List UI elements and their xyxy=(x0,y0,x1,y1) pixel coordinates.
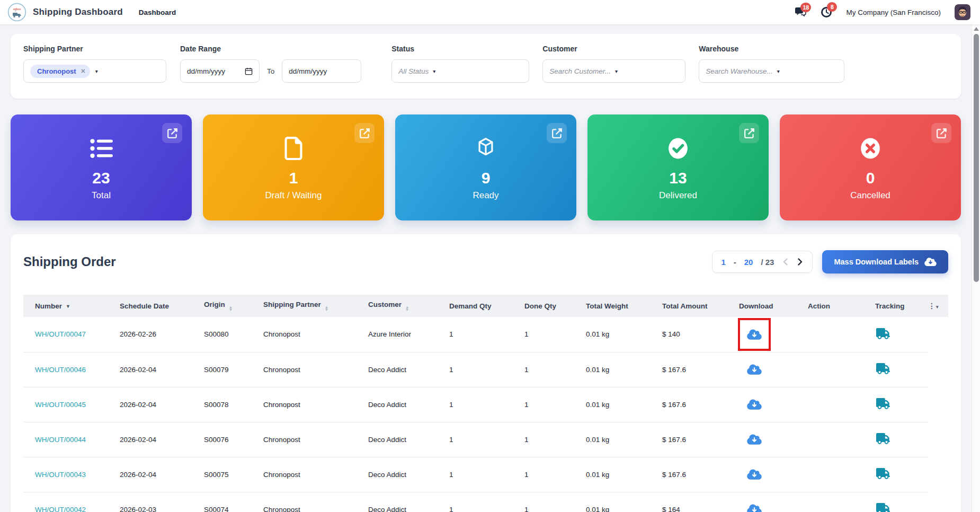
shipping-partner-select[interactable]: Chronopost × ▾ xyxy=(23,59,166,83)
nav-dashboard[interactable]: Dashboard xyxy=(139,8,176,16)
remove-tag-icon[interactable]: × xyxy=(81,67,85,75)
customer-search-input[interactable]: Search Customer... ▾ xyxy=(542,59,685,83)
cloud-download-icon xyxy=(924,257,937,267)
stat-card-cancelled[interactable]: 0 Cancelled xyxy=(780,114,961,220)
page-end: 20 xyxy=(744,258,753,267)
origin-cell: S00074 xyxy=(204,492,263,512)
demand-qty-cell: 1 xyxy=(449,457,524,492)
table-row: WH/OUT/00047 2026-02-26 S00080 Chronopos… xyxy=(23,317,948,352)
scrollbar-thumb[interactable] xyxy=(974,34,979,282)
stat-value: 0 xyxy=(866,169,875,187)
external-link-button[interactable] xyxy=(162,123,182,143)
origin-cell: S00078 xyxy=(204,387,263,422)
download-label-button[interactable] xyxy=(738,423,771,456)
status-select[interactable]: All Status ▾ xyxy=(391,59,529,83)
stat-value: 13 xyxy=(669,169,687,187)
tracking-button[interactable] xyxy=(876,328,890,339)
document-icon xyxy=(284,134,303,163)
download-label-button[interactable] xyxy=(738,493,771,512)
date-from-input[interactable]: dd/mm/yyyy xyxy=(180,59,260,83)
col-options[interactable]: ⋮▾ xyxy=(928,295,948,317)
action-cell xyxy=(808,422,875,457)
truck-icon xyxy=(876,503,890,512)
external-link-button[interactable] xyxy=(354,123,375,143)
total-amount-cell: $ 167.6 xyxy=(662,387,739,422)
section-title: Shipping Order xyxy=(23,254,116,269)
download-label-button[interactable] xyxy=(738,388,771,421)
download-label-button[interactable] xyxy=(738,353,771,386)
demand-qty-cell: 1 xyxy=(449,352,524,387)
warehouse-search-input[interactable]: Search Warehouse... ▾ xyxy=(699,59,844,83)
col-shipping-partner[interactable]: Shipping Partner▲▼ xyxy=(263,295,368,317)
shipping-partner-cell: Chronopost xyxy=(263,317,368,352)
total-weight-cell: 0.01 kg xyxy=(586,492,662,512)
date-to-input[interactable]: dd/mm/yyyy xyxy=(282,59,361,83)
action-cell xyxy=(808,457,875,492)
column-options-icon[interactable]: ⋮▾ xyxy=(928,302,939,310)
done-qty-cell: 1 xyxy=(524,492,586,512)
prev-page-button[interactable] xyxy=(782,258,789,266)
shipping-order-section: Shipping Order 1 - 20 / 23 Mass Download… xyxy=(11,234,961,512)
total-amount-cell: $ 140 xyxy=(662,317,739,352)
company-name[interactable]: My Company (San Francisco) xyxy=(846,8,941,16)
col-number[interactable]: Number▼ xyxy=(23,295,120,317)
top-bar: odoo Shipping Dashboard Dashboard 18 8 xyxy=(0,0,980,24)
truck-icon xyxy=(876,363,890,374)
table-row: WH/OUT/00045 2026-02-04 S00078 Chronopos… xyxy=(23,387,948,422)
activities-button[interactable]: 8 xyxy=(821,6,832,18)
shipping-partner-cell: Chronopost xyxy=(263,352,368,387)
customer-cell: Deco Addict xyxy=(368,422,449,457)
stat-card-ready[interactable]: 9 Ready xyxy=(395,114,576,220)
schedule-date-cell: 2026-02-04 xyxy=(120,387,204,422)
download-label-button[interactable] xyxy=(738,318,771,351)
tracking-button[interactable] xyxy=(876,363,890,374)
customer-cell: Deco Addict xyxy=(368,387,449,422)
origin-cell: S00080 xyxy=(204,317,263,352)
col-schedule-date[interactable]: Schedule Date xyxy=(120,295,204,317)
messages-button[interactable]: 18 xyxy=(794,7,807,18)
truck-icon xyxy=(876,328,890,339)
app-logo-icon[interactable]: odoo xyxy=(7,3,26,22)
col-customer[interactable]: Customer▲▼ xyxy=(368,295,449,317)
stat-card-draft-waiting[interactable]: 1 Draft / Waiting xyxy=(203,114,384,220)
order-number-link[interactable]: WH/OUT/00046 xyxy=(35,366,86,374)
mass-download-labels-button[interactable]: Mass Download Labels xyxy=(822,250,948,273)
scroll-up-icon[interactable] xyxy=(974,27,979,31)
order-number-link[interactable]: WH/OUT/00042 xyxy=(35,506,86,512)
orders-table-body: WH/OUT/00047 2026-02-26 S00080 Chronopos… xyxy=(23,317,948,512)
page-scrollbar[interactable] xyxy=(972,24,980,512)
col-done-qty: Done Qty xyxy=(524,295,586,317)
order-number-link[interactable]: WH/OUT/00043 xyxy=(35,471,86,479)
order-number-link[interactable]: WH/OUT/00045 xyxy=(35,401,86,409)
stat-card-total[interactable]: 23 Total xyxy=(11,114,192,220)
col-origin[interactable]: Origin▲▼ xyxy=(204,295,263,317)
cloud-download-icon xyxy=(747,329,762,340)
external-link-button[interactable] xyxy=(547,123,567,143)
origin-cell: S00075 xyxy=(204,457,263,492)
col-download: Download xyxy=(739,295,808,317)
stat-card-delivered[interactable]: 13 Delivered xyxy=(587,114,769,220)
external-link-button[interactable] xyxy=(739,123,759,143)
download-label-button[interactable] xyxy=(738,458,771,491)
pagination: 1 - 20 / 23 xyxy=(712,251,813,273)
user-avatar[interactable] xyxy=(955,4,970,20)
tracking-button[interactable] xyxy=(876,433,890,444)
external-link-icon xyxy=(744,128,754,138)
page-title: Shipping Dashboard xyxy=(33,7,123,17)
origin-cell: S00076 xyxy=(204,422,263,457)
next-page-button[interactable] xyxy=(797,258,804,266)
table-row: WH/OUT/00046 2026-02-04 S00079 Chronopos… xyxy=(23,352,948,387)
chevron-down-icon: ▾ xyxy=(433,68,435,74)
cloud-download-icon xyxy=(747,504,762,512)
tracking-button[interactable] xyxy=(876,398,890,409)
order-number-link[interactable]: WH/OUT/00047 xyxy=(35,330,86,338)
main-content: Shipping Partner Chronopost × ▾ Date Ran… xyxy=(0,24,972,512)
total-weight-cell: 0.01 kg xyxy=(586,457,662,492)
tracking-button[interactable] xyxy=(876,468,890,479)
list-icon xyxy=(90,134,113,163)
cloud-download-icon xyxy=(747,364,762,375)
done-qty-cell: 1 xyxy=(524,457,586,492)
tracking-button[interactable] xyxy=(876,503,890,512)
external-link-button[interactable] xyxy=(931,123,951,143)
order-number-link[interactable]: WH/OUT/00044 xyxy=(35,436,86,444)
